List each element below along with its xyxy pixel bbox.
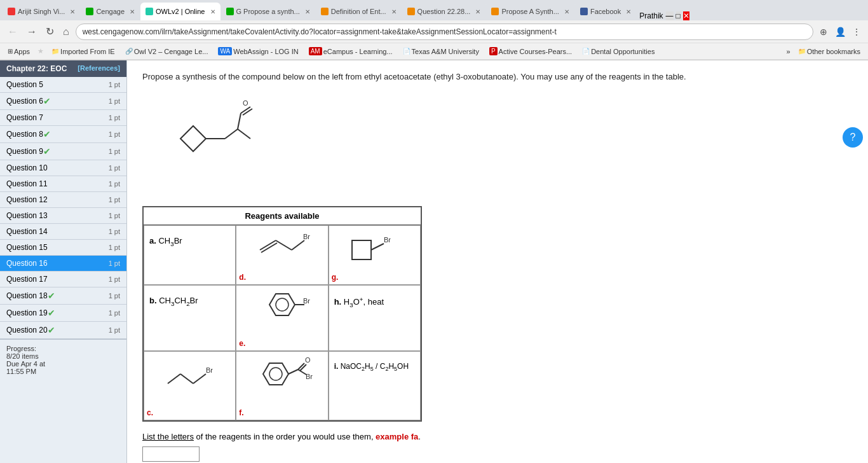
q16-label: Question 16 [6, 259, 48, 268]
tab-close-arijit[interactable]: ✕ [70, 8, 75, 15]
q17-label: Question 17 [6, 275, 48, 284]
q19-pts: 1 pt [106, 309, 120, 317]
bookmark-active[interactable]: P Active Courses-Pears... [487, 46, 574, 57]
sidebar-item-q6[interactable]: Question 6 ✔ 1 pt [0, 93, 126, 110]
q19-label: Question 19 [6, 308, 48, 317]
svg-line-10 [276, 240, 292, 250]
other-bookmarks[interactable]: 📁 Other bookmarks [796, 46, 863, 57]
tab-propose-a-synth[interactable]: Propose A Synth... ✕ [486, 3, 574, 20]
p-badge: P [489, 47, 498, 55]
sidebar-item-q9[interactable]: Question 9 ✔ 1 pt [0, 143, 126, 160]
bookmark-apps[interactable]: ⊞ Apps [5, 46, 32, 57]
reagent-cell-g: Br g. [329, 225, 421, 285]
reload-button[interactable]: ↻ [43, 24, 57, 39]
progress-label: Progress: [6, 345, 120, 352]
tab-close-proposeA[interactable]: ✕ [564, 8, 569, 15]
sidebar-item-q12[interactable]: Question 12 1 pt [0, 192, 126, 208]
sidebar-item-q15[interactable]: Question 15 1 pt [0, 240, 126, 256]
q12-label: Question 12 [6, 195, 48, 204]
user-area: Prathik — □ ✕ [639, 11, 689, 20]
svg-rect-13 [352, 240, 371, 259]
sidebar-item-q11[interactable]: Question 11 1 pt [0, 176, 126, 192]
bookmark-imported[interactable]: 📁 Imported From IE [49, 46, 118, 57]
tab-close-q2228[interactable]: ✕ [475, 8, 480, 15]
window-close-button[interactable]: ✕ [683, 11, 689, 20]
reagent-g-label: g. [332, 273, 339, 282]
sidebar-item-q10[interactable]: Question 10 1 pt [0, 160, 126, 176]
q8-label: Question 8 [6, 130, 43, 139]
sidebar-item-q5[interactable]: Question 5 1 pt [0, 77, 126, 93]
settings-icon[interactable]: ⋮ [850, 25, 863, 38]
progress-area: Progress: 8/20 items Due Apr 4 at 11:55 … [0, 339, 126, 380]
tab-cengage[interactable]: Cengage ✕ [81, 3, 140, 20]
forward-button[interactable]: → [24, 25, 39, 39]
q13-pts: 1 pt [106, 212, 120, 219]
sidebar-item-q17[interactable]: Question 17 1 pt [0, 272, 126, 287]
tab-close-cengage[interactable]: ✕ [130, 8, 135, 15]
svg-text:O: O [243, 99, 248, 107]
reagent-f-svg: O Br [250, 357, 314, 404]
sidebar-item-q14[interactable]: Question 14 1 pt [0, 224, 126, 240]
q18-label: Question 18 [6, 291, 48, 300]
sidebar-item-q7[interactable]: Question 7 1 pt [0, 110, 126, 126]
nav-bar: ← → ↻ ⌂ ⊕ 👤 ⋮ [0, 20, 868, 43]
help-button[interactable]: ? [843, 127, 863, 148]
tab-label-q2228: Question 22.28... [417, 8, 471, 15]
back-button[interactable]: ← [5, 25, 20, 39]
extensions-icon[interactable]: ⊕ [817, 25, 830, 38]
q8-pts: 1 pt [106, 130, 120, 138]
reagent-cell-i: i. NaOC2H5 / C2H5OH [329, 351, 421, 420]
tab-owlv2[interactable]: OWLv2 | Online ✕ [140, 3, 220, 20]
bookmark-dental[interactable]: 📄 Dental Opportunities [580, 46, 657, 57]
wa-badge: WA [218, 47, 232, 55]
tab-close-owlv2[interactable]: ✕ [210, 8, 215, 15]
q15-pts: 1 pt [106, 244, 120, 251]
bookmark-ecampus[interactable]: AM eCampus - Learning... [306, 46, 395, 57]
sidebar-item-q16[interactable]: Question 16 1 pt [0, 256, 126, 272]
more-bookmarks[interactable]: » [787, 48, 790, 55]
references-link[interactable]: [References] [78, 64, 120, 73]
svg-text:O: O [305, 356, 311, 364]
minimize-button[interactable]: — [666, 11, 674, 20]
tab-propose-synth[interactable]: G Propose a synth... ✕ [221, 3, 315, 20]
folder-icon: 📁 [51, 48, 59, 55]
q15-label: Question 15 [6, 243, 48, 252]
tab-bar: Arijit Singh Vi... ✕ Cengage ✕ OWLv2 | O… [0, 0, 868, 20]
svg-line-4 [238, 113, 241, 129]
answer-input[interactable] [142, 446, 200, 462]
sidebar-item-q13[interactable]: Question 13 1 pt [0, 208, 126, 224]
ec-badge: AM [309, 47, 322, 55]
sidebar-item-q20[interactable]: Question 20 ✔ 1 pt [0, 322, 126, 339]
reagent-d-label: d. [239, 273, 246, 282]
other-bookmarks-label: Other bookmarks [807, 48, 860, 55]
bookmark-webassign[interactable]: WA WebAssign - LOG IN [215, 46, 301, 57]
tab-facebook[interactable]: Facebook ✕ [575, 3, 636, 20]
address-bar[interactable] [76, 24, 813, 40]
sep1: ★ [37, 47, 44, 55]
q7-label: Question 7 [6, 113, 43, 122]
maximize-button[interactable]: □ [676, 11, 681, 20]
main-layout: Chapter 22: EOC [References] Question 5 … [0, 60, 868, 463]
sidebar: Chapter 22: EOC [References] Question 5 … [0, 60, 127, 463]
folder-icon-other: 📁 [798, 48, 806, 55]
bookmark-tamu[interactable]: 📄 Texas A&M University [400, 46, 482, 57]
compound-structure-svg: O [142, 94, 269, 196]
tab-close-propose[interactable]: ✕ [305, 8, 310, 15]
q12-pts: 1 pt [106, 196, 120, 204]
svg-line-26 [288, 370, 298, 374]
bookmark-owlv2[interactable]: 🔗 Owl V2 – Cengage Le... [123, 46, 211, 57]
tab-arijit[interactable]: Arijit Singh Vi... ✕ [3, 3, 80, 20]
home-button[interactable]: ⌂ [60, 25, 72, 39]
tab-definition[interactable]: Definition of Ent... ✕ [316, 3, 402, 20]
sidebar-item-q18[interactable]: Question 18 ✔ 1 pt [0, 287, 126, 305]
compound-structure-area: O [142, 94, 853, 196]
tab-question2228[interactable]: Question 22.28... ✕ [402, 3, 486, 20]
profile-icon[interactable]: 👤 [834, 25, 846, 38]
tab-close-definition[interactable]: ✕ [391, 8, 397, 15]
q19-check: ✔ [48, 308, 55, 318]
sidebar-item-q19[interactable]: Question 19 ✔ 1 pt [0, 305, 126, 322]
tab-close-fb[interactable]: ✕ [626, 8, 631, 15]
svg-text:Br: Br [303, 233, 310, 240]
q10-label: Question 10 [6, 163, 48, 172]
sidebar-item-q8[interactable]: Question 8 ✔ 1 pt [0, 126, 126, 143]
